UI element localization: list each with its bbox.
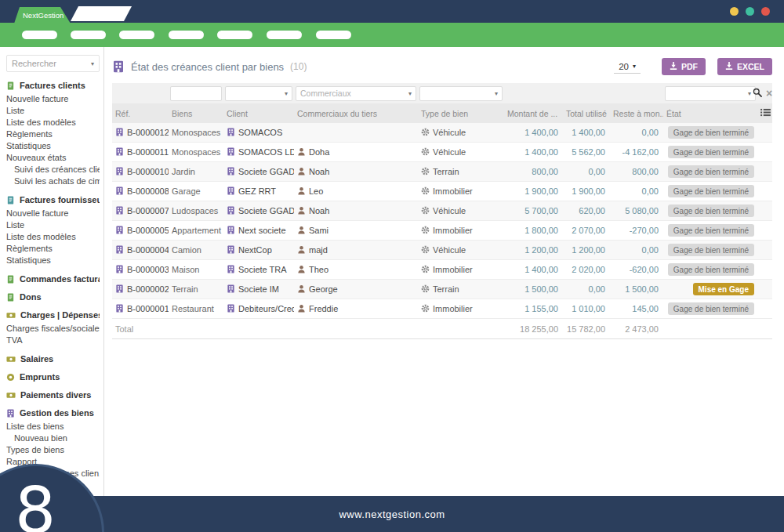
- sidebar-item[interactable]: Suivi les achats de cim...: [6, 175, 100, 186]
- col-type[interactable]: Type de bien: [418, 103, 504, 123]
- table-row[interactable]: B-0000011MonospacesSOMACOS LDDohaVéhicul…: [112, 143, 772, 162]
- menu-item-4[interactable]: [169, 31, 204, 39]
- sidebar-section-header[interactable]: Dons: [6, 292, 100, 302]
- cell-ref[interactable]: B-0000012: [112, 123, 169, 143]
- menu-item-2[interactable]: [71, 31, 106, 39]
- page-size-select[interactable]: 20 ▾: [614, 60, 641, 74]
- cell-ref[interactable]: B-0000008: [112, 182, 169, 201]
- sidebar-item[interactable]: Statistiques: [6, 254, 100, 266]
- menu-item-3[interactable]: [119, 31, 154, 39]
- col-client[interactable]: Client: [223, 103, 294, 123]
- menu-item-1[interactable]: [22, 31, 57, 39]
- sidebar-section-header[interactable]: Salaires: [6, 354, 100, 364]
- sidebar-item[interactable]: TVA: [6, 334, 100, 346]
- cell-total-utilise: 2 070,00: [563, 221, 610, 241]
- cell-ref[interactable]: B-0000007: [112, 201, 169, 221]
- sidebar-item[interactable]: Liste des biens: [6, 420, 100, 432]
- brand-tab[interactable]: NextGestion: [14, 7, 71, 24]
- filter-client-select[interactable]: ▾: [225, 86, 292, 101]
- building-icon: [112, 60, 125, 73]
- menu-item-5[interactable]: [217, 31, 252, 39]
- table-row[interactable]: B-0000001RestaurantDebiteurs/CrediteurFr…: [112, 299, 772, 319]
- sidebar-item[interactable]: Nouveau bien: [6, 432, 100, 443]
- sidebar-item[interactable]: Liste des modèles: [6, 116, 100, 128]
- export-pdf-button[interactable]: PDF: [662, 58, 706, 75]
- red-dot[interactable]: [761, 7, 770, 16]
- menu-item-6[interactable]: [267, 31, 302, 39]
- col-montant[interactable]: Montant de ...: [504, 103, 563, 123]
- sidebar-item[interactable]: Nouvelle facture: [6, 207, 100, 219]
- table-row[interactable]: B-0000004CamionNextCopmajdVéhicule1 200,…: [112, 241, 772, 260]
- table-row[interactable]: B-0000003MaisonSociete TRATheoImmobilier…: [112, 260, 772, 280]
- search-icon[interactable]: [753, 88, 762, 99]
- gear-icon: [421, 147, 430, 156]
- filter-commerciaux-select[interactable]: Commerciaux▾: [296, 86, 416, 101]
- table-row[interactable]: B-0000005AppartementNext societeSamiImmo…: [112, 221, 772, 241]
- export-excel-button[interactable]: EXCEL: [717, 58, 772, 75]
- cell-ref[interactable]: B-0000011: [112, 143, 169, 162]
- download-icon: [725, 62, 733, 71]
- sidebar-section-header[interactable]: Emprunts: [6, 372, 100, 382]
- sidebar-section-header[interactable]: Gestion des biens: [6, 408, 100, 418]
- cell-ref[interactable]: B-0000002: [112, 280, 169, 299]
- col-etat[interactable]: État: [663, 103, 757, 123]
- person-icon: [297, 226, 306, 234]
- filter-etat-select[interactable]: ▾: [665, 86, 756, 101]
- sidebar-item[interactable]: Nouveaux états: [6, 151, 100, 163]
- list-view-icon[interactable]: [760, 109, 771, 118]
- sidebar-section-header[interactable]: Charges | Dépenses...: [6, 310, 100, 320]
- col-total-utilise[interactable]: Total utilisé: [563, 103, 610, 123]
- teal-dot[interactable]: [746, 7, 754, 16]
- cell-montant: 1 400,00: [504, 123, 563, 143]
- cell-ref[interactable]: B-0000005: [112, 221, 169, 241]
- sidebar-section-header[interactable]: Commandes factura...: [6, 274, 100, 284]
- sidebar-item[interactable]: Liste: [6, 219, 100, 230]
- sidebar-item[interactable]: Types de biens: [6, 443, 100, 455]
- building-icon: [115, 128, 124, 136]
- sidebar-search-input[interactable]: Rechercher ▾: [6, 55, 100, 72]
- sidebar-section: Salaires: [6, 354, 100, 364]
- cell-montant: 1 800,00: [504, 221, 563, 241]
- sidebar-item[interactable]: Statistiques: [6, 139, 100, 151]
- cell-bien: Terrain: [169, 280, 223, 299]
- blank-tab[interactable]: [71, 6, 132, 21]
- col-biens[interactable]: Biens: [169, 103, 223, 123]
- cell-ref[interactable]: B-0000001: [112, 299, 169, 319]
- sidebar-item[interactable]: Règlements: [6, 242, 100, 254]
- col-commerciaux[interactable]: Commerciaux du tiers: [294, 103, 418, 123]
- building-icon: [227, 304, 235, 313]
- cell-actions: [757, 280, 772, 299]
- sidebar-item[interactable]: Nouvelle facture: [6, 92, 100, 104]
- sidebar-section: Paiements divers: [6, 390, 100, 400]
- table-row[interactable]: B-0000002TerrainSociete IMGeorgeTerrain1…: [112, 280, 772, 299]
- menu-item-7[interactable]: [316, 31, 351, 39]
- sidebar-item[interactable]: Suivi des créances client: [6, 163, 100, 175]
- table-body: B-0000012MonospacesSOMACOSVéhicule1 400,…: [112, 123, 772, 319]
- filter-biens-input[interactable]: [170, 86, 222, 101]
- cell-ref[interactable]: B-0000003: [112, 260, 169, 280]
- sidebar-item[interactable]: Charges fiscales/sociales: [6, 322, 100, 334]
- status-badge: Gage de bien terminé: [668, 165, 754, 178]
- sidebar-section-header[interactable]: Paiements divers: [6, 390, 100, 400]
- download-icon: [670, 62, 677, 71]
- cell-ref[interactable]: B-0000004: [112, 241, 169, 260]
- cell-actions: [757, 201, 772, 221]
- table-row[interactable]: B-0000007LudospacesSociete GGADNoahVéhic…: [112, 201, 772, 221]
- sidebar-section-header[interactable]: Factures fournisseur: [6, 195, 100, 204]
- col-ref[interactable]: Réf.: [112, 103, 169, 123]
- gear-icon: [421, 128, 430, 136]
- filter-type-select[interactable]: ▾: [419, 86, 503, 101]
- close-icon[interactable]: ×: [766, 88, 772, 99]
- sidebar-section-header[interactable]: Factures clients: [6, 81, 100, 90]
- cell-actions: [757, 143, 772, 162]
- table-row[interactable]: B-0000008GarageGEZ RRTLeoImmobilier1 900…: [112, 182, 772, 201]
- yellow-dot[interactable]: [730, 7, 739, 16]
- sidebar-item[interactable]: Liste des modèles: [6, 230, 100, 242]
- col-reste[interactable]: Reste à mon...: [610, 103, 663, 123]
- table-row[interactable]: B-0000012MonospacesSOMACOSVéhicule1 400,…: [112, 123, 772, 143]
- cell-ref[interactable]: B-0000010: [112, 162, 169, 182]
- table-row[interactable]: B-0000010JardinSociete GGADNoahTerrain80…: [112, 162, 772, 182]
- sidebar-item[interactable]: Liste: [6, 104, 100, 116]
- sidebar-item[interactable]: Règlements: [6, 128, 100, 139]
- sidebar-section: Charges | Dépenses...Charges fiscales/so…: [6, 310, 100, 346]
